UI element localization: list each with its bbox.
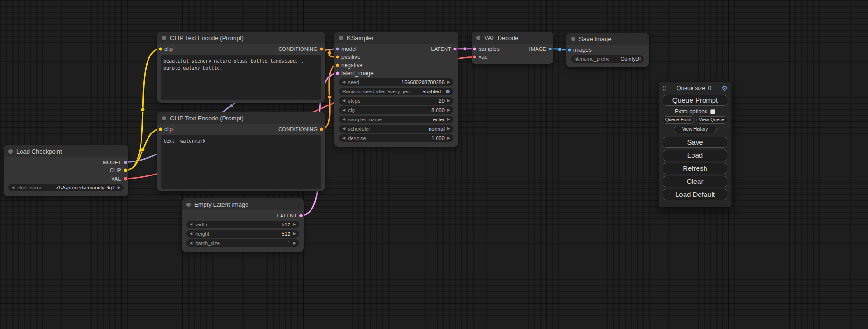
increment-arrow-icon[interactable]: ▶ — [447, 136, 450, 140]
output-slot-latent[interactable]: LATENT — [182, 211, 304, 220]
output-slot-model[interactable]: MODEL — [4, 158, 128, 167]
input-slot-dot-model[interactable] — [335, 47, 339, 51]
output-slot-dot-conditioning[interactable] — [319, 47, 324, 51]
input-slot-dot-negative[interactable] — [335, 63, 339, 67]
output-slot-dot-vae[interactable] — [123, 176, 127, 181]
clear-button[interactable]: Clear — [663, 176, 727, 187]
decrement-arrow-icon[interactable]: ◀ — [342, 99, 345, 103]
input-slot-positive[interactable]: positive — [334, 53, 458, 62]
node-clip-text-encode-negative[interactable]: CLIP Text Encode (Prompt) clip CONDITION… — [157, 112, 325, 191]
widget-sampler-name[interactable]: ◀ sampler_name euler ▶ — [339, 116, 453, 123]
link-midpoint-dot[interactable] — [463, 47, 467, 51]
input-slot-latent-image[interactable]: latent_image — [334, 70, 458, 78]
collapse-dot-icon[interactable] — [186, 203, 191, 207]
widget-random-seed-toggle[interactable]: Random seed after every gen enabled — [339, 88, 453, 95]
link-midpoint-dot[interactable] — [328, 51, 332, 55]
collapse-dot-icon[interactable] — [162, 116, 166, 120]
next-value-arrow-icon[interactable]: ▶ — [118, 186, 120, 189]
node-clip-text-encode-positive[interactable]: CLIP Text Encode (Prompt) clip CONDITION… — [157, 32, 325, 103]
prev-value-arrow-icon[interactable]: ◀ — [342, 118, 345, 121]
collapse-dot-icon[interactable] — [8, 149, 13, 154]
save-button[interactable]: Save — [663, 137, 727, 148]
view-queue-button[interactable]: View Queue — [696, 116, 728, 124]
output-slot-dot-conditioning[interactable] — [319, 127, 324, 131]
link-midpoint-dot[interactable] — [230, 104, 233, 107]
node-save-image[interactable]: Save Image images filename_prefix ComfyU… — [566, 33, 649, 67]
widget-height[interactable]: ◀ height 512 ▶ — [186, 230, 299, 238]
input-slot-negative[interactable]: negative — [334, 61, 458, 70]
output-slot-clip[interactable]: CLIP — [4, 167, 128, 175]
increment-arrow-icon[interactable]: ▶ — [447, 99, 450, 103]
node-title-bar[interactable]: Load Checkpoint — [4, 145, 128, 157]
next-value-arrow-icon[interactable]: ▶ — [447, 127, 450, 131]
decrement-arrow-icon[interactable]: ◀ — [190, 223, 192, 226]
decrement-arrow-icon[interactable]: ◀ — [190, 232, 192, 236]
load-default-button[interactable]: Load Default — [663, 189, 727, 200]
collapse-dot-icon[interactable] — [476, 36, 480, 40]
prev-value-arrow-icon[interactable]: ◀ — [342, 127, 345, 131]
link-midpoint-dot[interactable] — [558, 48, 562, 51]
extra-options-checkbox[interactable] — [710, 109, 715, 114]
output-slot-dot-clip[interactable] — [123, 168, 127, 173]
node-title-bar[interactable]: Save Image — [566, 33, 649, 45]
node-title-bar[interactable]: KSampler — [334, 32, 458, 44]
load-button[interactable]: Load — [663, 150, 727, 161]
output-slot-dot-model[interactable] — [123, 160, 127, 164]
queue-front-button[interactable]: Queue Front — [663, 116, 694, 124]
decrement-arrow-icon[interactable]: ◀ — [342, 108, 345, 112]
queue-prompt-button[interactable]: Queue Prompt — [663, 95, 727, 106]
collapse-dot-icon[interactable] — [162, 36, 166, 40]
widget-ckpt-name[interactable]: ◀ ckpt_name v1-5-pruned-emaonly.ckpt ▶ — [8, 184, 124, 191]
link-midpoint-dot[interactable] — [141, 108, 145, 112]
input-slot-images[interactable]: images — [566, 46, 649, 54]
increment-arrow-icon[interactable]: ▶ — [293, 241, 296, 245]
view-history-button[interactable]: View History — [674, 126, 717, 133]
increment-arrow-icon[interactable]: ▶ — [447, 108, 450, 112]
widget-denoise[interactable]: ◀ denoise 1.000 ▶ — [339, 134, 453, 142]
node-title-bar[interactable]: Empty Latent Image — [182, 198, 304, 210]
widget-steps[interactable]: ◀ steps 20 ▶ — [339, 97, 453, 105]
input-slot-dot-vae[interactable] — [473, 55, 477, 59]
widget-width[interactable]: ◀ width 512 ▶ — [186, 221, 299, 228]
collapse-dot-icon[interactable] — [339, 36, 343, 40]
increment-arrow-icon[interactable]: ▶ — [293, 232, 296, 236]
node-title-bar[interactable]: CLIP Text Encode (Prompt) — [157, 32, 325, 44]
decrement-arrow-icon[interactable]: ◀ — [342, 80, 345, 84]
input-slot-dot-positive[interactable] — [335, 55, 339, 59]
link-midpoint-dot[interactable] — [328, 95, 332, 99]
node-graph-canvas[interactable]: Load Checkpoint MODEL CLIP VAE ◀ ckpt_na… — [0, 0, 868, 329]
increment-arrow-icon[interactable]: ▶ — [447, 80, 450, 84]
node-empty-latent-image[interactable]: Empty Latent Image LATENT ◀ width 512 ▶ … — [182, 198, 304, 252]
input-slot-dot-samples[interactable] — [473, 47, 477, 51]
settings-gear-icon[interactable]: ⚙ — [721, 84, 727, 92]
input-slot-dot-clip[interactable] — [158, 127, 162, 131]
queue-menu-panel[interactable]: ⣿ Queue size: 0 ⚙ Queue Prompt Extra opt… — [658, 81, 732, 207]
refresh-button[interactable]: Refresh — [663, 163, 727, 174]
collapse-dot-icon[interactable] — [571, 37, 575, 41]
output-slot-dot-image[interactable] — [548, 47, 552, 51]
input-slot-vae[interactable]: vae — [472, 53, 553, 62]
output-slot-vae[interactable]: VAE — [4, 175, 128, 183]
output-slot-dot-latent[interactable] — [453, 47, 457, 51]
widget-scheduler[interactable]: ◀ scheduler normal ▶ — [339, 125, 453, 133]
widget-seed[interactable]: ◀ seed 156680208700286 ▶ — [339, 78, 453, 86]
node-ksampler[interactable]: KSampler model LATENT positive negative … — [334, 32, 458, 147]
node-title-bar[interactable]: VAE Decode — [472, 32, 553, 44]
node-title-bar[interactable]: CLIP Text Encode (Prompt) — [157, 112, 325, 124]
input-slot-dot-clip[interactable] — [158, 47, 162, 51]
decrement-arrow-icon[interactable]: ◀ — [190, 241, 192, 245]
toggle-knob-icon[interactable] — [445, 89, 450, 94]
widget-cfg[interactable]: ◀ cfg 8.000 ▶ — [339, 106, 453, 114]
widget-batch-size[interactable]: ◀ batch_size 1 ▶ — [186, 239, 299, 247]
widget-filename-prefix[interactable]: filename_prefix ComfyUI — [571, 55, 644, 63]
output-slot-dot-latent[interactable] — [299, 213, 303, 217]
negative-prompt-textarea[interactable]: text, watermark — [161, 135, 321, 189]
input-slot-dot-latent-image[interactable] — [335, 71, 339, 76]
node-load-checkpoint[interactable]: Load Checkpoint MODEL CLIP VAE ◀ ckpt_na… — [4, 145, 128, 196]
link-midpoint-dot[interactable] — [141, 148, 145, 152]
node-vae-decode[interactable]: VAE Decode samples IMAGE vae — [472, 32, 553, 64]
next-value-arrow-icon[interactable]: ▶ — [447, 118, 450, 121]
drag-handle-icon[interactable]: ⣿ — [663, 85, 666, 91]
positive-prompt-textarea[interactable]: beautiful scenery nature glass bottle la… — [161, 55, 321, 100]
decrement-arrow-icon[interactable]: ◀ — [342, 136, 345, 140]
